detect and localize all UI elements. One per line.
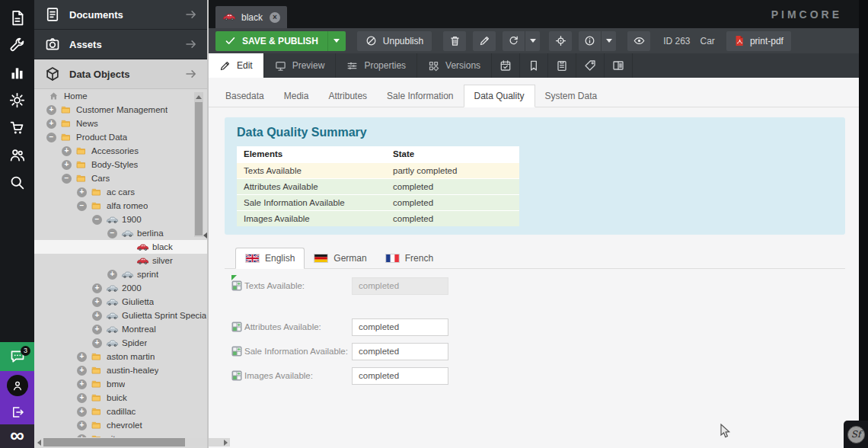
collapse-node-icon[interactable]: − bbox=[92, 215, 102, 225]
tree-item-berlina[interactable]: −berlina bbox=[34, 226, 207, 240]
tree-item-black[interactable]: black bbox=[34, 240, 207, 254]
delete-button[interactable] bbox=[443, 31, 466, 51]
tree-item-2000[interactable]: +2000 bbox=[34, 281, 207, 295]
layout-tab-system-data[interactable]: System Data bbox=[535, 85, 608, 107]
info-dropdown[interactable] bbox=[601, 31, 616, 51]
tree-item-austin-healey[interactable]: +austin-healey bbox=[34, 363, 207, 377]
sidebar-collapse-handle[interactable] bbox=[203, 227, 207, 244]
language-tab-german[interactable]: German bbox=[305, 248, 375, 268]
sidebar-panel-documents[interactable]: Documents bbox=[34, 0, 207, 30]
unpublish-button[interactable]: Unpublish bbox=[357, 31, 432, 51]
tree-vertical-scrollbar[interactable] bbox=[194, 92, 203, 237]
tree-item-sprint[interactable]: +sprint bbox=[34, 267, 207, 281]
tree-item-spider[interactable]: +Spider bbox=[34, 336, 207, 350]
expand-node-icon[interactable]: + bbox=[77, 434, 87, 438]
sidebar-splitter[interactable] bbox=[207, 0, 209, 448]
expand-node-icon[interactable]: + bbox=[77, 366, 87, 376]
open-object-tab-black[interactable]: black × bbox=[215, 6, 287, 28]
expand-node-icon[interactable]: + bbox=[62, 160, 72, 170]
tree-item-giulietta[interactable]: +Giulietta bbox=[34, 295, 207, 309]
settings-rail-button[interactable] bbox=[0, 86, 34, 114]
scrollbar-thumb[interactable] bbox=[43, 438, 185, 446]
print-pdf-button[interactable]: print-pdf bbox=[726, 31, 791, 51]
tree-item-cadillac[interactable]: +cadillac bbox=[34, 405, 207, 418]
rename-button[interactable] bbox=[473, 31, 496, 51]
tab-app-view[interactable] bbox=[605, 53, 633, 78]
collapse-node-icon[interactable]: − bbox=[77, 201, 87, 211]
images-available-input[interactable] bbox=[352, 367, 448, 385]
reload-dropdown[interactable] bbox=[525, 31, 540, 51]
reports-rail-button[interactable] bbox=[0, 59, 34, 86]
close-tab-icon[interactable]: × bbox=[270, 12, 280, 23]
attributes-available-input[interactable] bbox=[352, 318, 448, 336]
expand-node-icon[interactable]: + bbox=[92, 311, 102, 321]
tree-item-accessories[interactable]: +Accessories bbox=[34, 144, 207, 158]
tab-schedule[interactable] bbox=[492, 53, 520, 78]
language-tab-english[interactable]: English bbox=[235, 248, 305, 269]
sidebar-panel-data-objects[interactable]: Data Objects bbox=[34, 59, 207, 89]
language-tab-french[interactable]: French bbox=[376, 248, 442, 268]
expand-node-icon[interactable]: + bbox=[77, 407, 87, 417]
layout-tab-attributes[interactable]: Attributes bbox=[318, 85, 377, 107]
tree-item-aston-martin[interactable]: +aston martin bbox=[34, 350, 207, 363]
expand-node-icon[interactable]: + bbox=[92, 283, 102, 293]
open-preview-button[interactable] bbox=[627, 31, 650, 51]
documents-rail-button[interactable] bbox=[0, 4, 34, 31]
tree-item-customer-management[interactable]: +Customer Management bbox=[34, 103, 207, 117]
tab-properties[interactable]: Properties bbox=[336, 53, 417, 78]
sidebar-panel-assets[interactable]: Assets bbox=[34, 30, 207, 59]
scrollbar-thumb[interactable] bbox=[195, 102, 203, 235]
expand-node-icon[interactable]: + bbox=[92, 297, 102, 307]
expand-node-icon[interactable]: + bbox=[92, 338, 102, 348]
expand-node-icon[interactable]: + bbox=[92, 325, 102, 334]
user-menu-button[interactable] bbox=[0, 371, 34, 400]
save-publish-button[interactable]: SAVE & PUBLISH bbox=[215, 31, 346, 51]
tab-tags[interactable] bbox=[576, 53, 605, 78]
expand-node-icon[interactable]: + bbox=[77, 421, 87, 430]
notifications-button[interactable]: 3 bbox=[0, 342, 34, 371]
tab-edit[interactable]: Edit bbox=[209, 53, 264, 78]
tree-item-home[interactable]: Home bbox=[34, 89, 207, 103]
tree-item-bmw[interactable]: +bmw bbox=[34, 377, 207, 391]
tree-item-1900[interactable]: −1900 bbox=[34, 213, 207, 226]
customers-rail-button[interactable] bbox=[0, 141, 34, 168]
save-options-dropdown[interactable] bbox=[327, 31, 346, 51]
layout-tab-data-quality[interactable]: Data Quality bbox=[464, 85, 535, 107]
locate-in-tree-button[interactable] bbox=[549, 31, 572, 51]
tree-item-ac-cars[interactable]: +ac cars bbox=[34, 185, 207, 199]
tree-item-product-data[interactable]: −Product Data bbox=[34, 130, 207, 144]
tree-item-buick[interactable]: +buick bbox=[34, 391, 207, 405]
collapse-node-icon[interactable]: − bbox=[107, 229, 117, 238]
collapse-node-icon[interactable]: − bbox=[62, 174, 72, 184]
tree-item-cars[interactable]: −Cars bbox=[34, 171, 207, 185]
texts-available-input[interactable] bbox=[352, 277, 448, 295]
info-button[interactable] bbox=[579, 31, 616, 51]
layout-tab-media[interactable]: Media bbox=[274, 85, 319, 107]
expand-node-icon[interactable]: + bbox=[77, 187, 87, 197]
tree-item-body-styles[interactable]: +Body-Styles bbox=[34, 158, 207, 171]
tree-item-gulietta-sprint-specia[interactable]: +Gulietta Sprint Specia bbox=[34, 309, 207, 322]
expand-node-icon[interactable]: + bbox=[46, 119, 56, 129]
expand-node-icon[interactable]: + bbox=[107, 270, 117, 280]
tab-notes-events[interactable] bbox=[548, 53, 576, 78]
layout-tab-basedata[interactable]: Basedata bbox=[215, 85, 274, 107]
expand-node-icon[interactable]: + bbox=[77, 393, 87, 403]
expand-node-icon[interactable]: + bbox=[46, 105, 56, 115]
layout-tab-sale-information[interactable]: Sale Information bbox=[377, 85, 463, 107]
reload-button[interactable] bbox=[503, 31, 540, 51]
symfony-debug-badge[interactable]: Sf bbox=[844, 421, 868, 448]
tree-horizontal-scrollbar[interactable] bbox=[35, 438, 230, 446]
tree-item-news[interactable]: +News bbox=[34, 117, 207, 130]
tree-item-chevrolet[interactable]: +chevrolet bbox=[34, 418, 207, 432]
tab-versions[interactable]: Versions bbox=[417, 53, 492, 78]
tree-item-citroen[interactable]: +citroen bbox=[34, 432, 207, 437]
tree-item-silver[interactable]: silver bbox=[34, 254, 207, 267]
pimcore-logo-button[interactable]: ∞ bbox=[0, 424, 34, 448]
search-rail-button[interactable] bbox=[0, 168, 34, 196]
logout-button[interactable] bbox=[0, 400, 34, 424]
tree-item-alfa-romeo[interactable]: −alfa romeo bbox=[34, 199, 207, 213]
tree-item-montreal[interactable]: +Montreal bbox=[34, 322, 207, 336]
ecommerce-rail-button[interactable] bbox=[0, 114, 34, 141]
collapse-node-icon[interactable]: − bbox=[46, 133, 56, 142]
expand-node-icon[interactable]: + bbox=[77, 352, 87, 362]
